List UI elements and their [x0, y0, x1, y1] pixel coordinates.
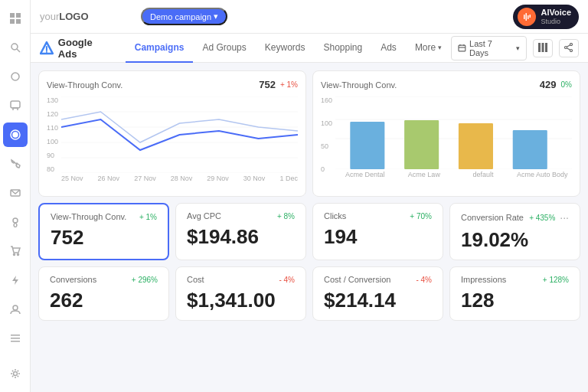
sidebar-item-user[interactable]: [3, 297, 28, 322]
metric-value-7: 128: [461, 289, 569, 312]
date-picker[interactable]: Last 7 Days ▾: [451, 36, 527, 60]
svg-rect-34: [545, 43, 547, 52]
sidebar-item-chat[interactable]: [3, 93, 28, 118]
tab-shopping[interactable]: Shopping: [314, 34, 371, 63]
sidebar-item-grid[interactable]: [3, 6, 28, 31]
aivoice-text-block: AlVoice Studio: [541, 8, 571, 25]
svg-line-39: [567, 47, 570, 49]
svg-rect-2: [10, 19, 15, 24]
google-ads-text: Google Ads: [58, 37, 113, 60]
sidebar-item-pin[interactable]: [3, 210, 28, 234]
metric-card-conversions: Conversions + 296% 262: [38, 266, 169, 321]
metric-label-1: Avg CPC: [187, 211, 221, 220]
metrics-row-1: View-Through Conv. + 1% 752 Avg CPC + 8%…: [38, 203, 580, 260]
metric-label-row-6: Cost / Conversion - 4%: [324, 275, 432, 284]
metric-value-4: 262: [50, 289, 158, 312]
y-axis-labels: 130 120 110 100 90 80: [47, 96, 61, 173]
svg-point-37: [565, 46, 567, 48]
aivoice-name: AlVoice: [541, 8, 571, 18]
bar-x-axis-labels: Acme Dental Acme Law default Acme Auto B…: [335, 171, 572, 178]
tab-adgroups[interactable]: Ad Groups: [193, 34, 255, 63]
metric-card-cost: Cost - 4% $1,341.00: [175, 266, 306, 321]
sidebar-item-gear[interactable]: [3, 361, 28, 386]
line-chart-header: View-Through Conv. 752 + 1%: [47, 79, 298, 90]
bar-chart-value: 429: [540, 79, 557, 90]
svg-point-36: [570, 49, 573, 51]
metric-value-6: $214.14: [324, 289, 432, 312]
share-button[interactable]: [559, 39, 579, 57]
sidebar-item-bolt[interactable]: [3, 268, 28, 292]
metric-value-2: 194: [324, 225, 432, 249]
sidebar-item-cart[interactable]: [3, 239, 28, 263]
svg-point-19: [13, 372, 17, 376]
columns-icon: [538, 43, 547, 52]
logo-area: yourLOGO: [40, 11, 132, 22]
google-ads-icon: [40, 41, 54, 55]
logo-text: yourLOGO: [40, 11, 89, 22]
topbar-right: AlVoice Studio: [513, 5, 579, 29]
tab-campaigns[interactable]: Campaigns: [126, 34, 194, 63]
line-chart-values: 752 + 1%: [259, 79, 298, 90]
svg-rect-23: [528, 15, 529, 19]
svg-point-8: [13, 132, 18, 137]
metric-label-6: Cost / Conversion: [324, 275, 390, 284]
metric-label-row-2: Clicks + 70%: [324, 211, 432, 220]
calendar-icon: [458, 44, 466, 52]
svg-rect-28: [459, 45, 466, 51]
aivoice-sub: Studio: [541, 18, 571, 25]
metric-card-impressions: Impressions + 128% 128: [449, 266, 580, 321]
tab-more[interactable]: More ▾: [406, 34, 451, 63]
sidebar-item-search[interactable]: [3, 35, 28, 60]
aivoice-icon: [518, 8, 536, 26]
svg-rect-50: [350, 122, 384, 169]
google-ads-label: Google Ads: [40, 37, 113, 60]
svg-rect-18: [11, 341, 20, 342]
metric-badge-4: + 296%: [132, 276, 158, 284]
tab-keywords[interactable]: Keywords: [256, 34, 315, 63]
metric-label-row-3: Conversion Rate + 435% ···: [461, 211, 569, 224]
svg-rect-1: [16, 13, 21, 18]
demo-campaign-label: Demo campaign: [150, 12, 211, 21]
columns-button[interactable]: [533, 39, 553, 57]
bar-chart-svg-container: 160 100 50 0: [321, 96, 572, 188]
nav-tabs: Google Ads Campaigns Ad Groups Keywords …: [31, 34, 588, 63]
svg-line-5: [17, 49, 20, 52]
metric-card-clicks: Clicks + 70% 194: [312, 203, 443, 260]
dropdown-arrow-icon: ▾: [214, 11, 218, 21]
tabs-right: Last 7 Days ▾: [451, 36, 579, 60]
metric-label-7: Impressions: [461, 275, 506, 284]
svg-rect-22: [526, 13, 528, 21]
sidebar-item-menu[interactable]: [3, 326, 28, 351]
metric-card-conv-rate: Conversion Rate + 435% ··· 19.02%: [449, 203, 580, 260]
svg-point-12: [13, 254, 15, 256]
svg-rect-3: [16, 19, 21, 24]
bar-chart-badge: 0%: [561, 80, 572, 89]
svg-rect-21: [524, 15, 525, 19]
metric-label-row-5: Cost - 4%: [187, 275, 295, 284]
svg-point-35: [570, 43, 573, 45]
sidebar-item-active[interactable]: [3, 122, 28, 147]
metric-badge-5: - 4%: [279, 276, 295, 284]
line-chart-svg: [61, 96, 298, 173]
svg-rect-33: [542, 43, 544, 52]
content-area: View-Through Conv. 752 + 1% 130 120 110 …: [31, 63, 588, 392]
sidebar-item-mail[interactable]: [3, 181, 28, 205]
sidebar-item-phone[interactable]: [3, 152, 28, 176]
svg-rect-53: [513, 130, 547, 169]
bar-y-axis-labels: 160 100 50 0: [321, 96, 335, 173]
svg-point-13: [17, 254, 18, 256]
metric-label-row-4: Conversions + 296%: [50, 275, 158, 284]
metric-badge-1: + 8%: [277, 212, 295, 220]
metric-label-3: Conversion Rate: [461, 213, 524, 222]
demo-campaign-button[interactable]: Demo campaign ▾: [141, 8, 227, 25]
share-icon: [564, 43, 573, 52]
sidebar-item-circle[interactable]: [3, 64, 28, 89]
tab-ads[interactable]: Ads: [371, 34, 406, 63]
logo-main: LOGO: [59, 11, 88, 22]
main-area: yourLOGO Demo campaign ▾ AlVoi: [31, 0, 588, 392]
metric-card-avg-cpc: Avg CPC + 8% $194.86: [175, 203, 306, 260]
metric-dots-button[interactable]: ···: [560, 211, 569, 224]
sidebar: [0, 0, 31, 392]
metric-label-4: Conversions: [50, 275, 96, 284]
svg-point-6: [11, 73, 19, 80]
